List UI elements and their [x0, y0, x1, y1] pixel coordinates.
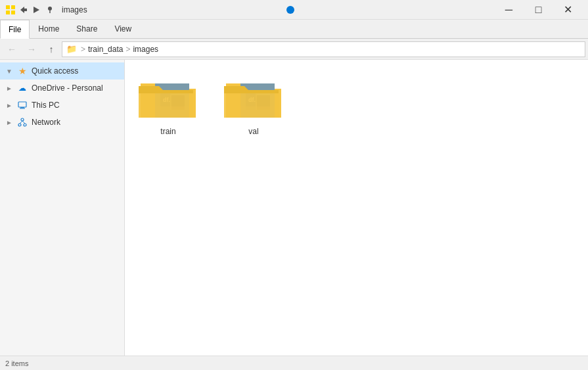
window-title: images [62, 5, 87, 14]
tab-share[interactable]: Share [68, 20, 106, 38]
folder-val-icon: df. [221, 70, 286, 123]
sidebar-item-network[interactable]: ► Network [0, 114, 124, 131]
address-bar[interactable]: 📁 > train_data > images [62, 41, 585, 57]
expand-icon-network: ► [5, 118, 13, 126]
forward-button[interactable]: → [22, 41, 41, 57]
expand-icon-quick-access: ▼ [5, 67, 13, 75]
app-icon [5, 5, 16, 15]
svg-rect-8 [20, 107, 24, 108]
tab-view[interactable]: View [106, 20, 140, 38]
ribbon: File Home Share View [0, 20, 588, 39]
content-area: df. train df. [125, 60, 588, 356]
expand-icon-onedrive: ► [5, 84, 13, 92]
address-root-icon: 📁 [66, 44, 77, 54]
svg-rect-9 [20, 108, 25, 109]
sidebar: ▼ ★ Quick access ► ☁ OneDrive - Personal… [0, 60, 125, 356]
sidebar-label-onedrive: OneDrive - Personal [32, 83, 103, 93]
address-part-train-data[interactable]: train_data [88, 45, 123, 54]
svg-rect-2 [6, 11, 10, 14]
close-button[interactable]: ✕ [553, 0, 583, 20]
tab-file[interactable]: File [0, 20, 30, 39]
svg-point-12 [24, 124, 26, 126]
window-controls [286, 6, 294, 14]
sidebar-label-quick-access: Quick access [32, 66, 78, 76]
cloud-icon: ☁ [17, 83, 28, 93]
maximize-button[interactable]: □ [524, 0, 553, 20]
svg-rect-3 [11, 11, 15, 14]
svg-point-11 [18, 124, 21, 126]
sidebar-label-network: Network [32, 118, 60, 127]
folder-train[interactable]: df. train [135, 70, 201, 137]
title-bar: images ─ □ ✕ [0, 0, 588, 20]
ribbon-tabs: File Home Share View [0, 20, 588, 38]
back-button[interactable]: ← [3, 41, 21, 57]
sidebar-item-onedrive[interactable]: ► ☁ OneDrive - Personal [0, 80, 124, 97]
svg-line-14 [22, 121, 25, 124]
svg-rect-7 [18, 102, 26, 107]
window-buttons[interactable]: ─ □ ✕ [494, 0, 583, 20]
pc-icon [17, 100, 28, 110]
forward-quick-icon [32, 5, 42, 15]
minimize-button[interactable]: ─ [494, 0, 524, 20]
folder-val[interactable]: df. val [221, 70, 286, 137]
star-icon: ★ [17, 66, 28, 76]
svg-line-13 [20, 121, 22, 124]
sidebar-item-this-pc[interactable]: ► This PC [0, 97, 124, 114]
svg-point-5 [48, 7, 52, 11]
main-layout: ▼ ★ Quick access ► ☁ OneDrive - Personal… [0, 60, 588, 356]
svg-marker-4 [34, 7, 39, 13]
svg-point-10 [21, 118, 24, 121]
blue-accent [286, 6, 294, 14]
sidebar-label-this-pc: This PC [32, 101, 60, 110]
title-bar-icons [5, 5, 55, 15]
address-crumb-root: > train_data > images [79, 45, 158, 54]
folder-val-label: val [246, 126, 261, 137]
expand-icon-this-pc: ► [5, 101, 13, 109]
folder-train-icon: df. [135, 70, 201, 123]
folder-train-label: train [158, 126, 178, 137]
toolbar: ← → ↑ 📁 > train_data > images [0, 39, 588, 60]
address-part-images[interactable]: images [133, 45, 158, 54]
svg-rect-0 [6, 5, 10, 9]
back-quick-access-icon [18, 5, 29, 15]
network-icon [17, 117, 28, 127]
status-bar: 2 items [0, 356, 588, 370]
tab-home[interactable]: Home [30, 20, 68, 38]
status-text: 2 items [5, 359, 28, 367]
sidebar-item-quick-access[interactable]: ▼ ★ Quick access [0, 62, 124, 80]
svg-rect-1 [11, 5, 15, 9]
up-button[interactable]: ↑ [42, 41, 60, 57]
pin-icon [45, 5, 55, 15]
